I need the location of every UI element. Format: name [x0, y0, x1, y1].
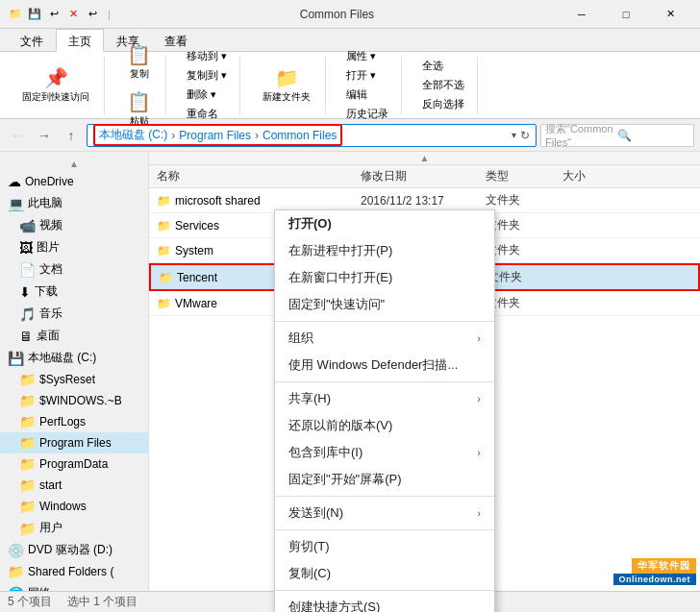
ctx-create-shortcut[interactable]: 创建快捷方式(S)	[275, 594, 494, 612]
watermark-top: 华军软件园	[632, 558, 696, 574]
sidebar-label-windows: Windows	[39, 500, 87, 513]
sidebar-item-thispc[interactable]: 💻 此电脑	[0, 192, 148, 214]
new-group: 📁 新建文件夹	[248, 57, 326, 114]
col-header-type[interactable]: 类型	[486, 168, 562, 184]
minimize-button[interactable]: ─	[560, 0, 604, 29]
stop-icon[interactable]: ✕	[65, 7, 81, 22]
sidebar-label-thispc: 此电脑	[28, 195, 62, 211]
ctx-include-library[interactable]: 包含到库中(I) ›	[275, 439, 494, 466]
sidebar-item-users[interactable]: 📁 用户	[0, 517, 148, 539]
sidebar-item-perflogs[interactable]: 📁 PerfLogs	[0, 411, 148, 432]
context-menu: 打开(O) 在新进程中打开(P) 在新窗口中打开(E) 固定到"快速访问" 组织…	[274, 209, 495, 612]
ctx-organize[interactable]: 组织 ›	[275, 325, 494, 352]
col-header-name[interactable]: 名称	[149, 168, 361, 184]
breadcrumb-disk[interactable]: 本地磁盘 (C:)	[99, 127, 167, 143]
sidebar-item-onedrive[interactable]: ☁ OneDrive	[0, 171, 148, 192]
tab-file[interactable]: 文件	[8, 29, 56, 51]
video-icon: 📹	[19, 218, 36, 233]
copyto-button[interactable]: 复制到 ▾	[182, 66, 232, 85]
sidebar-item-documents[interactable]: 📄 文档	[0, 258, 148, 281]
downloads-icon: ⬇	[19, 284, 31, 300]
ctx-organize-label: 组织	[288, 330, 313, 347]
dropdown-arrow[interactable]: ▾	[512, 130, 516, 140]
move-button[interactable]: 移动到 ▾	[182, 47, 232, 65]
start-icon: 📁	[19, 477, 36, 493]
file-type: 文件夹	[486, 192, 562, 208]
ctx-sendto[interactable]: 发送到(N) ›	[275, 500, 494, 526]
undo-icon[interactable]: ↩	[46, 7, 62, 22]
ctx-open-new-window-label: 在新窗口中打开(E)	[288, 269, 392, 286]
sidebar-item-sysreset[interactable]: 📁 $SysReset	[0, 369, 148, 390]
selected-count: 选中 1 个项目	[67, 594, 138, 610]
history-button[interactable]: 历史记录	[341, 105, 393, 123]
copy-button[interactable]: 📋 复制	[120, 39, 158, 85]
sidebar-item-pictures[interactable]: 🖼 图片	[0, 236, 148, 258]
up-button[interactable]: ↑	[60, 124, 83, 147]
sidebar-item-programfiles[interactable]: 📁 Program Files	[0, 432, 148, 453]
forward-button[interactable]: →	[33, 124, 56, 147]
sidebar-item-dvd[interactable]: 💿 DVD 驱动器 (D:)	[0, 539, 148, 561]
ctx-defender[interactable]: 使用 Windows Defender扫描...	[275, 352, 494, 379]
ctx-share[interactable]: 共享(H) ›	[275, 385, 494, 412]
redo-icon[interactable]: ↩	[85, 7, 100, 22]
rename-button[interactable]: 重命名	[182, 105, 232, 123]
invert-button[interactable]: 反向选择	[417, 95, 469, 113]
sidebar-item-downloads[interactable]: ⬇ 下载	[0, 281, 148, 303]
close-button[interactable]: ✕	[648, 0, 692, 29]
sidebar-item-music[interactable]: 🎵 音乐	[0, 303, 148, 325]
sidebar-item-cdrive[interactable]: 💾 本地磁盘 (C:)	[0, 347, 148, 369]
file-name: System	[175, 244, 213, 257]
ctx-restore[interactable]: 还原以前的版本(V)	[275, 412, 494, 439]
sidebar-item-windows[interactable]: 📁 Windows	[0, 496, 148, 517]
sidebar-label-programdata: ProgramData	[39, 457, 108, 471]
sidebar-item-video[interactable]: 📹 视频	[0, 214, 148, 236]
ctx-pin-quick[interactable]: 固定到"快速访问"	[275, 291, 494, 318]
ctx-organize-arrow: ›	[477, 332, 481, 344]
copy-label: 复制	[130, 67, 149, 81]
selectall-button[interactable]: 全选	[417, 57, 469, 75]
refresh-icon[interactable]: ↻	[520, 129, 530, 142]
save-icon[interactable]: 💾	[27, 7, 42, 22]
back-button[interactable]: ←	[6, 124, 29, 147]
ctx-copy[interactable]: 复制(C)	[275, 560, 494, 587]
open-group: 属性 ▾ 打开 ▾ 编辑 历史记录	[334, 57, 402, 114]
desktop-icon: 🖥	[19, 329, 33, 344]
select-group: 全选 全部不选 反向选择	[410, 57, 478, 114]
maximize-button[interactable]: □	[604, 0, 648, 29]
sidebar-item-shared[interactable]: 📁 Shared Folders (	[0, 561, 148, 582]
ctx-sep-2	[275, 381, 494, 382]
open-button[interactable]: 打开 ▾	[341, 66, 393, 85]
pin-label: 固定到快速访问	[22, 90, 89, 104]
ctx-sendto-arrow: ›	[477, 507, 481, 519]
selectnone-button[interactable]: 全部不选	[417, 76, 469, 94]
sidebar-label-downloads: 下载	[35, 283, 58, 300]
new-folder-button[interactable]: 📁 新建文件夹	[256, 62, 317, 108]
col-header-size[interactable]: 大小	[562, 168, 620, 184]
breadcrumb-commonfiles[interactable]: Common Files	[262, 129, 337, 142]
ctx-open-new-process[interactable]: 在新进程中打开(P)	[275, 237, 494, 264]
sidebar-item-programdata[interactable]: 📁 ProgramData	[0, 453, 148, 475]
file-list-header: 名称 修改日期 类型 大小	[149, 165, 700, 188]
edit-button[interactable]: 编辑	[341, 86, 393, 104]
sidebar-item-network[interactable]: 🌐 网络	[0, 582, 148, 591]
breadcrumb-programfiles[interactable]: Program Files	[179, 129, 251, 142]
sidebar-item-start[interactable]: 📁 start	[0, 475, 148, 496]
ctx-pin-start[interactable]: 固定到"开始"屏幕(P)	[275, 466, 494, 493]
properties-button[interactable]: 属性 ▾	[341, 47, 393, 65]
col-header-date[interactable]: 修改日期	[361, 168, 486, 184]
file-type: 文件夹	[486, 242, 562, 258]
search-bar[interactable]: 搜索"Common Files" 🔍	[540, 124, 694, 147]
ribbon-toolbar: 📌 固定到快速访问 📋 复制 📋 粘贴 移动到 ▾ 复制到 ▾ 删除 ▾ 重命名…	[0, 52, 700, 119]
ctx-restore-label: 还原以前的版本(V)	[288, 417, 392, 434]
delete-button[interactable]: 删除 ▾	[182, 86, 232, 104]
ctx-open-new-window[interactable]: 在新窗口中打开(E)	[275, 264, 494, 291]
pin-button[interactable]: 📌 固定到快速访问	[15, 62, 96, 108]
ctx-open[interactable]: 打开(O)	[275, 210, 494, 237]
search-icon[interactable]: 🔍	[617, 129, 689, 142]
tab-home[interactable]: 主页	[56, 29, 104, 52]
sidebar-item-windows-tilde[interactable]: 📁 $WINDOWS.~B	[0, 390, 148, 411]
sidebar-item-desktop[interactable]: 🖥 桌面	[0, 325, 148, 347]
ctx-cut[interactable]: 剪切(T)	[275, 533, 494, 560]
address-bar[interactable]: 本地磁盘 (C:) › Program Files › Common Files…	[87, 124, 537, 147]
search-placeholder: 搜索"Common Files"	[545, 122, 617, 148]
